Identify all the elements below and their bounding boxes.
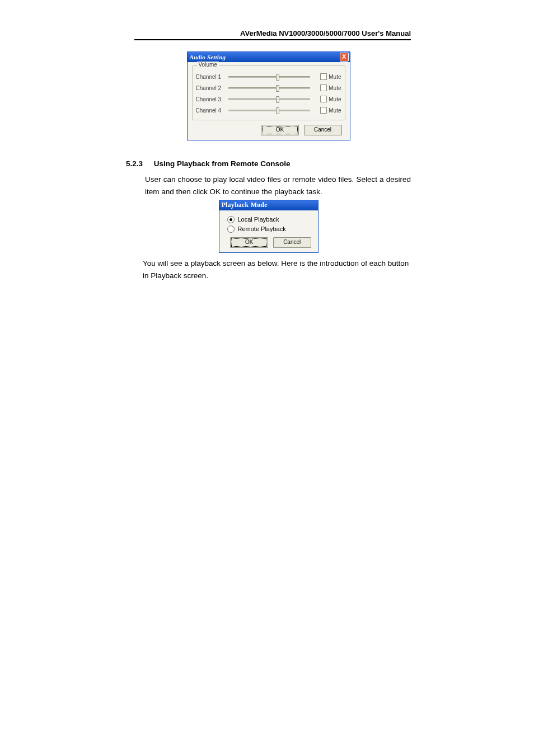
slider-thumb[interactable] <box>276 107 279 114</box>
cancel-button[interactable]: Cancel <box>273 237 311 248</box>
slider-track <box>228 76 311 78</box>
audio-setting-dialog: Audio Setting X Volume Channel 1 Mute <box>187 51 350 140</box>
mute-control: Mute <box>320 73 341 80</box>
cancel-button[interactable]: Cancel <box>304 125 342 135</box>
mute-checkbox[interactable] <box>320 107 327 114</box>
radio-icon[interactable] <box>227 216 235 223</box>
radio-icon[interactable] <box>227 226 235 233</box>
dialog-button-row: OK Cancel <box>192 124 345 135</box>
channel-row: Channel 2 Mute <box>196 84 341 92</box>
channel-label: Channel 4 <box>196 107 225 114</box>
channel-label: Channel 1 <box>196 74 225 80</box>
dialog-body: Local Playback Remote Playback OK Cancel <box>219 210 318 252</box>
radio-label: Local Playback <box>238 216 279 223</box>
close-icon[interactable]: X <box>340 53 349 62</box>
dialog-body: Volume Channel 1 Mute Channel <box>188 62 350 140</box>
volume-slider[interactable] <box>228 96 311 102</box>
slider-track <box>228 98 311 100</box>
content-area: Audio Setting X Volume Channel 1 Mute <box>126 51 411 282</box>
slider-thumb[interactable] <box>276 85 279 92</box>
ok-button[interactable]: OK <box>230 237 268 248</box>
slider-thumb[interactable] <box>276 96 279 103</box>
channel-row: Channel 4 Mute <box>196 106 341 114</box>
section-heading: 5.2.3 Using Playback from Remote Console <box>126 159 411 168</box>
radio-row-remote[interactable]: Remote Playback <box>227 226 312 233</box>
channel-row: Channel 1 Mute <box>196 73 341 81</box>
page-header-title: AVerMedia NV1000/3000/5000/7000 User's M… <box>240 29 411 37</box>
radio-row-local[interactable]: Local Playback <box>227 216 312 223</box>
dialog-title: Playback Mode <box>219 200 318 210</box>
radio-label: Remote Playback <box>238 226 286 232</box>
mute-control: Mute <box>320 84 341 91</box>
mute-checkbox[interactable] <box>320 84 327 91</box>
mute-checkbox[interactable] <box>320 96 327 102</box>
document-page: AVerMedia NV1000/3000/5000/7000 User's M… <box>0 0 534 304</box>
dialog-title: Audio Setting <box>190 54 226 60</box>
section-paragraph: You will see a playback screen as below.… <box>143 257 411 283</box>
mute-control: Mute <box>320 96 341 102</box>
section-title: Using Playback from Remote Console <box>154 159 291 168</box>
channel-label: Channel 3 <box>196 96 225 102</box>
volume-groupbox: Volume Channel 1 Mute Channel <box>192 65 345 120</box>
mute-label: Mute <box>329 74 341 80</box>
section-number: 5.2.3 <box>126 159 152 168</box>
dialog-button-row: OK Cancel <box>227 236 312 248</box>
section-paragraph: User can choose to play local video file… <box>145 173 411 199</box>
ok-button[interactable]: OK <box>261 125 299 135</box>
playback-mode-dialog: Playback Mode Local Playback Remote Play… <box>219 200 318 253</box>
volume-slider[interactable] <box>228 73 311 80</box>
slider-track <box>228 87 311 89</box>
channel-label: Channel 2 <box>196 85 225 91</box>
mute-label: Mute <box>329 85 341 91</box>
volume-slider[interactable] <box>228 84 311 91</box>
mute-label: Mute <box>329 107 341 114</box>
mute-label: Mute <box>329 96 341 102</box>
volume-slider[interactable] <box>228 107 311 114</box>
mute-checkbox[interactable] <box>320 73 327 80</box>
dialog-titlebar: Audio Setting X <box>188 52 350 62</box>
slider-thumb[interactable] <box>276 74 279 81</box>
page-header-rule: AVerMedia NV1000/3000/5000/7000 User's M… <box>134 28 411 40</box>
mute-control: Mute <box>320 107 341 114</box>
channel-row: Channel 3 Mute <box>196 95 341 103</box>
slider-track <box>228 110 311 111</box>
groupbox-legend: Volume <box>197 62 219 68</box>
